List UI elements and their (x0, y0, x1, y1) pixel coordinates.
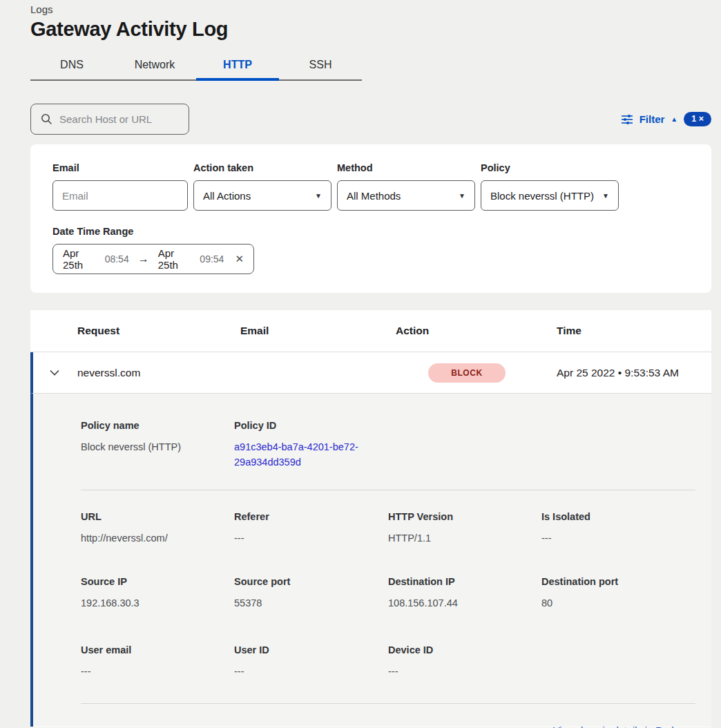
method-select[interactable]: All Methods ▼ (337, 180, 475, 211)
toolbar: Filter ▲ 1 × (30, 104, 711, 135)
detail-referer: Referer --- (234, 511, 388, 546)
filter-count-badge[interactable]: 1 × (684, 112, 711, 126)
cell-request: neverssl.com (77, 367, 240, 379)
tab-ssh[interactable]: SSH (279, 52, 362, 81)
chevron-down-icon: ▼ (459, 192, 465, 200)
policy-value: Block neverssl (HTTP) (490, 190, 594, 202)
action-taken-select[interactable]: All Actions ▼ (193, 180, 331, 211)
column-header-time: Time (557, 325, 711, 337)
filter-control[interactable]: Filter ▲ 1 × (621, 112, 711, 126)
method-value: All Methods (347, 190, 401, 202)
view-in-radar-link[interactable]: View domain details in Radar → (553, 725, 695, 728)
end-time: 09:54 (200, 253, 224, 265)
detail-http-version: HTTP Version HTTP/1.1 (388, 511, 541, 546)
user-section: User email --- User ID --- Device ID --- (81, 644, 695, 704)
cell-time: Apr 25 2022 • 9:53:53 AM (557, 367, 711, 379)
field-date-time-range: Date Time Range Apr 25th 08:54 → Apr 25t… (52, 226, 689, 274)
field-email: Email (52, 162, 188, 211)
table-row[interactable]: neverssl.com BLOCK Apr 25 2022 • 9:53:53… (30, 352, 711, 394)
source-port-value: 55378 (234, 596, 388, 611)
method-label: Method (337, 162, 475, 173)
source-ip-label: Source IP (81, 576, 234, 587)
block-status-badge: BLOCK (428, 363, 506, 383)
tab-http[interactable]: HTTP (196, 52, 279, 81)
destination-port-label: Destination port (541, 576, 695, 587)
start-date: Apr 25th (63, 247, 99, 271)
http-section: URL http://neverssl.com/ Referer --- HTT… (81, 511, 695, 546)
detail-user-email: User email --- (81, 644, 234, 680)
page-title: Gateway Activity Log (30, 18, 711, 41)
detail-is-isolated: Is Isolated --- (541, 511, 695, 546)
field-method: Method All Methods ▼ (337, 162, 475, 211)
email-label: Email (52, 162, 188, 173)
policy-id-link[interactable]: a91c3eb4-ba7a-4201-be72-29a934dd359d (234, 440, 369, 470)
filter-sliders-icon (621, 114, 633, 125)
is-isolated-label: Is Isolated (541, 511, 695, 522)
search-input[interactable] (59, 113, 180, 125)
empty-cell (541, 420, 695, 470)
user-id-value: --- (234, 664, 388, 680)
network-section: Source IP 192.168.30.3 Source port 55378… (81, 576, 695, 611)
gateway-activity-log-page: Logs Gateway Activity Log DNS Network HT… (0, 0, 721, 728)
detail-source-ip: Source IP 192.168.30.3 (81, 576, 234, 611)
url-label: URL (81, 511, 234, 522)
detail-url: URL http://neverssl.com/ (81, 511, 234, 546)
chevron-down-icon (50, 370, 59, 376)
detail-device-id: Device ID --- (388, 644, 541, 680)
table-header: Request Email Action Time (30, 310, 711, 352)
row-expander[interactable] (33, 370, 77, 376)
device-id-value: --- (388, 664, 541, 680)
referer-value: --- (234, 531, 388, 546)
http-version-value: HTTP/1.1 (388, 531, 541, 546)
activity-table: Request Email Action Time neverssl.com B… (30, 310, 711, 727)
detail-policy-name: Policy name Block neverssl (HTTP) (81, 420, 234, 470)
chevron-down-icon: ▼ (315, 192, 322, 200)
field-action-taken: Action taken All Actions ▼ (193, 162, 331, 211)
radar-link-row: View domain details in Radar → (81, 725, 695, 728)
user-email-label: User email (81, 644, 234, 655)
search-icon (41, 113, 52, 125)
field-policy: Policy Block neverssl (HTTP) ▼ (481, 162, 619, 211)
destination-ip-value: 108.156.107.44 (388, 596, 541, 611)
http-version-label: HTTP Version (388, 511, 541, 522)
user-id-label: User ID (234, 644, 388, 655)
action-taken-label: Action taken (193, 162, 331, 173)
tab-dns[interactable]: DNS (30, 52, 113, 81)
referer-label: Referer (234, 511, 388, 522)
search-box[interactable] (30, 104, 189, 135)
policy-name-label: Policy name (81, 420, 234, 431)
filter-label: Filter (640, 113, 665, 125)
column-header-request: Request (77, 325, 240, 337)
policy-id-label: Policy ID (234, 420, 388, 431)
policy-select[interactable]: Block neverssl (HTTP) ▼ (481, 180, 619, 211)
column-header-email: Email (240, 325, 396, 337)
device-id-label: Device ID (388, 644, 541, 655)
url-value: http://neverssl.com/ (81, 531, 234, 546)
filter-fields-row: Email Action taken All Actions ▼ Method (52, 162, 689, 211)
clear-date-range-icon[interactable]: ✕ (235, 253, 244, 265)
start-time: 08:54 (105, 253, 129, 265)
tab-network[interactable]: Network (113, 52, 196, 81)
content: Logs Gateway Activity Log DNS Network HT… (0, 0, 721, 727)
collapse-caret-icon: ▲ (671, 115, 677, 123)
column-header-action: Action (396, 325, 557, 337)
empty-cell (388, 420, 541, 470)
destination-ip-label: Destination IP (388, 576, 541, 587)
policy-section: Policy name Block neverssl (HTTP) Policy… (81, 420, 695, 490)
policy-label: Policy (481, 162, 619, 173)
end-date: Apr 25th (158, 247, 194, 271)
source-ip-value: 192.168.30.3 (81, 596, 234, 611)
row-details-panel: Policy name Block neverssl (HTTP) Policy… (30, 394, 711, 727)
source-port-label: Source port (234, 576, 388, 587)
email-input[interactable] (62, 190, 178, 202)
date-time-range-label: Date Time Range (52, 226, 689, 237)
detail-destination-ip: Destination IP 108.156.107.44 (388, 576, 541, 611)
policy-name-value: Block neverssl (HTTP) (81, 440, 234, 455)
is-isolated-value: --- (541, 531, 695, 546)
range-arrow-icon: → (135, 253, 152, 265)
filter-panel: Email Action taken All Actions ▼ Method (30, 144, 711, 293)
email-input-box[interactable] (52, 180, 188, 211)
detail-destination-port: Destination port 80 (541, 576, 695, 611)
detail-source-port: Source port 55378 (234, 576, 388, 611)
date-range-picker[interactable]: Apr 25th 08:54 → Apr 25th 09:54 ✕ (52, 244, 254, 274)
